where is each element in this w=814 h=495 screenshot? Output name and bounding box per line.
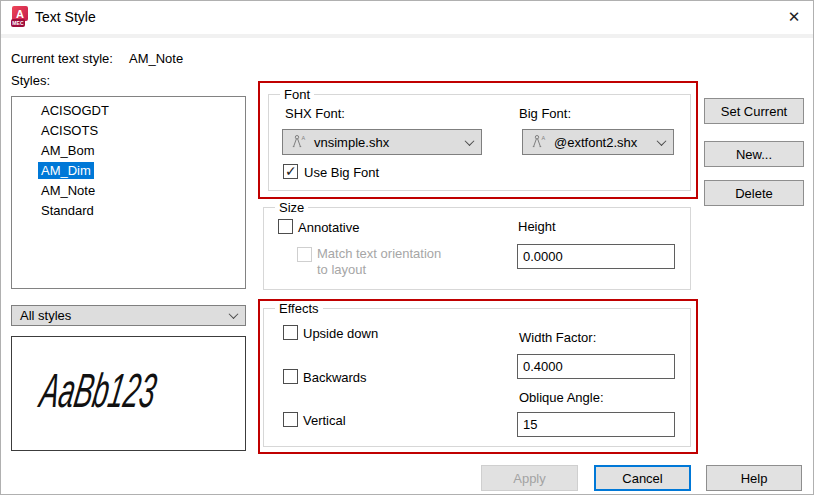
big-font-value: @extfont2.shx — [547, 135, 658, 150]
title-bar: A MEC Text Style ✕ — [1, 1, 813, 34]
current-text-style-label: Current text style: — [11, 51, 113, 66]
new-button[interactable]: New... — [704, 141, 804, 167]
effects-group: Effects Upside down Backwards Vertical W… — [263, 308, 691, 447]
vertical-label: Vertical — [303, 413, 346, 428]
list-item-selected[interactable]: AM_Dim — [12, 161, 245, 181]
vertical-checkbox[interactable] — [283, 412, 298, 427]
close-button[interactable]: ✕ — [780, 5, 808, 29]
styles-label: Styles: — [11, 73, 50, 88]
chevron-down-icon — [229, 309, 239, 319]
apply-button[interactable]: Apply — [481, 465, 578, 491]
big-font-select[interactable]: A @extfont2.shx — [522, 129, 674, 155]
compass-font-icon: A — [291, 134, 307, 150]
annotative-checkbox[interactable] — [278, 219, 293, 234]
mec-badge: MEC — [11, 19, 25, 27]
list-item-label: AM_Dim — [38, 162, 94, 179]
width-factor-label: Width Factor: — [519, 330, 596, 345]
list-item-label: AM_Note — [38, 182, 98, 199]
chevron-down-icon — [465, 136, 475, 146]
font-group: Font SHX Font: Big Font: A vnsimple.shx — [268, 94, 691, 191]
effects-group-legend: Effects — [275, 301, 323, 316]
list-item[interactable]: AM_Bom — [12, 141, 245, 161]
titlebar-divider — [1, 34, 813, 38]
font-group-legend: Font — [280, 87, 314, 102]
annotative-label: Annotative — [298, 220, 359, 235]
set-current-button[interactable]: Set Current — [704, 98, 804, 124]
match-orientation-checkbox — [297, 247, 312, 262]
list-item[interactable]: ACISOGDT — [12, 101, 245, 121]
size-group: Size Annotative Match text orientation t… — [263, 207, 691, 290]
apply-label: Apply — [513, 471, 546, 486]
shx-font-label: SHX Font: — [285, 106, 345, 121]
new-label: New... — [736, 147, 772, 162]
list-item-label: Standard — [38, 202, 97, 219]
backwards-checkbox[interactable] — [283, 369, 298, 384]
list-item[interactable]: Standard — [12, 201, 245, 221]
svg-text:A: A — [302, 135, 306, 141]
match-orientation-label: Match text orientation to layout — [317, 246, 441, 278]
use-big-font-checkbox[interactable] — [283, 164, 298, 179]
list-item[interactable]: AM_Note — [12, 181, 245, 201]
font-preview-box: AaBb123 — [11, 336, 246, 451]
style-filter-select[interactable]: All styles — [11, 305, 246, 326]
svg-text:A: A — [542, 135, 546, 141]
text-style-dialog: A MEC Text Style ✕ Current text style: A… — [0, 0, 814, 495]
close-icon: ✕ — [788, 8, 801, 26]
list-item[interactable]: ACISOTS — [12, 121, 245, 141]
delete-button[interactable]: Delete — [704, 180, 804, 206]
list-item-label: ACISOGDT — [38, 102, 112, 119]
cancel-button[interactable]: Cancel — [594, 465, 691, 491]
use-big-font-label: Use Big Font — [304, 165, 379, 180]
oblique-angle-label: Oblique Angle: — [519, 390, 604, 405]
backwards-label: Backwards — [303, 370, 367, 385]
size-group-legend: Size — [275, 200, 308, 215]
help-button[interactable]: Help — [706, 465, 802, 491]
shx-font-value: vnsimple.shx — [307, 135, 466, 150]
match-orientation-line2: to layout — [317, 262, 441, 278]
height-input[interactable] — [517, 244, 675, 269]
compass-font-icon: A — [531, 134, 547, 150]
upside-down-label: Upside down — [303, 326, 378, 341]
match-orientation-line1: Match text orientation — [317, 246, 441, 262]
current-text-style-value: AM_Note — [129, 51, 183, 66]
set-current-label: Set Current — [721, 104, 787, 119]
cancel-label: Cancel — [622, 471, 662, 486]
autocad-mechanical-icon: A MEC — [11, 6, 29, 28]
window-title: Text Style — [35, 9, 96, 25]
style-filter-value: All styles — [20, 308, 230, 323]
delete-label: Delete — [735, 186, 773, 201]
width-factor-input[interactable] — [517, 354, 675, 379]
upside-down-checkbox[interactable] — [283, 325, 298, 340]
height-label: Height — [518, 219, 556, 234]
list-item-label: AM_Bom — [38, 142, 97, 159]
help-label: Help — [741, 471, 768, 486]
list-item-label: ACISOTS — [38, 122, 101, 139]
font-preview-text: AaBb123 — [36, 363, 160, 418]
shx-font-select[interactable]: A vnsimple.shx — [282, 129, 482, 155]
chevron-down-icon — [657, 136, 667, 146]
big-font-label: Big Font: — [519, 106, 571, 121]
oblique-angle-input[interactable] — [517, 412, 675, 437]
styles-listbox[interactable]: ACISOGDT ACISOTS AM_Bom AM_Dim AM_Note S… — [11, 96, 246, 289]
